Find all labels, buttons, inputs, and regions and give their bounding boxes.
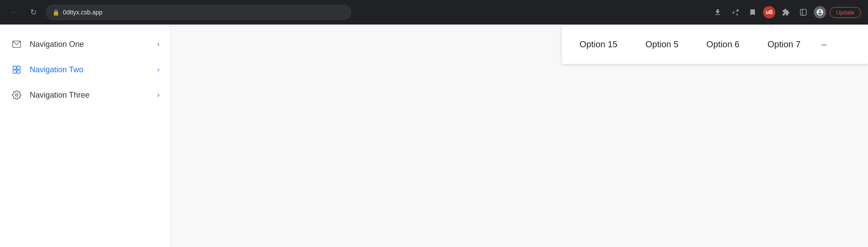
download-button[interactable] [711,5,725,19]
dropdown-more-button[interactable]: – [815,39,833,49]
svg-rect-0 [800,9,806,15]
dropdown-item-opt5[interactable]: Option 5 [632,25,693,64]
dropdown-menu: Option 15 Option 5 Option 6 Option 7 – [562,25,868,64]
sidebar-item-nav-three[interactable]: Navigation Three › [0,82,170,108]
share-button[interactable] [728,5,742,19]
dropdown-item-opt6[interactable]: Option 6 [692,25,753,64]
address-bar[interactable]: 🔒 0dttyx.csb.app [45,4,351,20]
bookmark-button[interactable] [746,5,760,19]
chevron-right-icon-three: › [157,91,160,99]
sidebar-item-nav-one-label: Navigation One [30,40,150,49]
browser-chrome: ← ↻ 🔒 0dttyx.csb.app uB Update [0,0,868,25]
profile-button[interactable] [814,6,826,18]
svg-rect-4 [17,66,20,69]
gear-icon [10,90,23,100]
svg-rect-3 [13,66,16,69]
url-text: 0dttyx.csb.app [63,9,344,16]
sidebar-item-nav-one[interactable]: Navigation One › [0,32,170,57]
main-area: Option 15 Option 5 Option 6 Option 7 – [170,25,868,247]
sidebar: Navigation One › Navigation Two › [0,25,170,247]
back-button[interactable]: ← [7,5,21,19]
extensions-button[interactable] [779,5,793,19]
mail-icon [10,39,23,49]
grid-icon [10,65,23,74]
browser-tools: uB Update [711,5,861,19]
svg-rect-6 [17,70,20,73]
lock-icon: 🔒 [52,9,59,16]
svg-point-7 [15,94,18,96]
sidebar-item-nav-two-label: Navigation Two [30,65,150,74]
dropdown-item-opt15[interactable]: Option 15 [566,25,632,64]
dropdown-item-opt7[interactable]: Option 7 [753,25,815,64]
svg-rect-5 [13,70,16,73]
chevron-right-icon-two: › [157,66,160,74]
chevron-right-icon: › [157,40,160,48]
reload-button[interactable]: ↻ [26,5,40,19]
sidebar-item-nav-three-label: Navigation Three [30,91,150,100]
ub-badge[interactable]: uB [763,6,775,18]
update-button[interactable]: Update [830,7,861,18]
sidebar-item-nav-two[interactable]: Navigation Two › [0,57,170,82]
page-content: Navigation One › Navigation Two › [0,25,868,247]
sidebar-toggle-button[interactable] [796,5,810,19]
